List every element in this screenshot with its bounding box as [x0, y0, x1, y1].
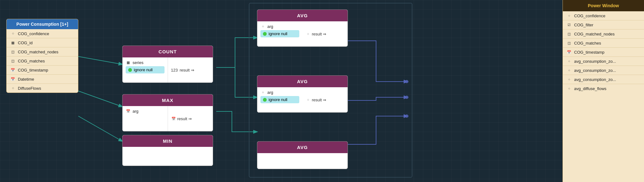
svg-point-1 [406, 96, 408, 99]
panel-item: 📅 COG_timestamp [7, 66, 78, 75]
right-panel-item: ☑ COG_filter [563, 20, 644, 29]
calendar-icon: 📅 [567, 50, 572, 55]
result-icon: 123 [171, 68, 178, 72]
cog-dots-icon: ⁘ [306, 31, 311, 36]
cog-dots-icon: ⁘ [260, 90, 265, 95]
right-panel-item: ⁘ COG_confidence [563, 11, 644, 20]
max-header: MAX [123, 94, 213, 106]
ignore-null-item: ignore null [126, 66, 165, 73]
cog-dots-icon: ⁘ [10, 31, 15, 36]
green-dot-icon [263, 98, 267, 102]
cog-dots-icon: ⁘ [567, 77, 572, 82]
avg-box-3: AVG [257, 141, 348, 169]
checkbox-icon: ☑ [567, 22, 572, 27]
avg-box-1: AVG ⁘ arg ignore null ⁘ result ⇒ [257, 9, 348, 47]
cog-dots-icon: ⁘ [567, 59, 572, 64]
right-panel: Power Window ⁘ COG_confidence ☑ COG_filt… [563, 0, 644, 182]
avg2-right: ⁘ result ⇒ [302, 87, 348, 112]
panel-item: ⁘ DiffuseFlows [7, 84, 78, 93]
panel-item: ⁘ COG_confidence [7, 29, 78, 38]
avg1-left: ⁘ arg ignore null [257, 21, 302, 46]
avg1-right: ⁘ result ⇒ [302, 21, 348, 46]
calendar-icon: 📅 [10, 67, 15, 72]
box-s-icon: ◫ [567, 31, 572, 36]
left-panel: Power Consumption [1+] ⁘ COG_confidence … [6, 19, 78, 93]
right-panel-item: 📅 COG_timestamp [563, 48, 644, 57]
green-dot-icon [128, 68, 132, 72]
right-panel-item: ⁘ avg_diffuse_flows [563, 84, 644, 93]
left-panel-header: Power Consumption [1+] [7, 19, 78, 29]
right-panel-item: ◫ COG_matched_nodes [563, 29, 644, 39]
cog-dots-icon: ⁘ [260, 24, 265, 29]
green-dot-icon [263, 32, 267, 36]
max-left: 📅 arg [123, 106, 168, 131]
grid-icon: ▦ [10, 40, 15, 45]
svg-point-2 [406, 115, 408, 117]
panel-item: ◫ COG_matched_nodes [7, 47, 78, 56]
count-right: 123 result ⇒ [168, 57, 213, 83]
right-panel-item: ⁘ avg_consumption_zo... [563, 75, 644, 84]
right-panel-item: ⁘ avg_consumption_zo... [563, 57, 644, 66]
avg1-header: AVG [257, 10, 348, 21]
min-header: MIN [123, 135, 213, 147]
svg-point-0 [406, 80, 408, 83]
calendar-icon: 📅 [171, 116, 176, 121]
cog-dots-icon: ⁘ [567, 13, 572, 18]
cog-dots-icon: ⁘ [567, 68, 572, 73]
panel-item: 📅 Datetime [7, 75, 78, 84]
max-box: MAX 📅 arg 📅 result ⇒ [122, 94, 213, 131]
count-box: COUNT ▦ series ignore null 123 result ⇒ [122, 46, 213, 83]
count-header: COUNT [123, 46, 213, 57]
cog-dots-icon: ⁘ [567, 86, 572, 91]
cog-dots-icon: ⁘ [306, 97, 311, 102]
right-panel-item: ⁘ avg_consumption_zo... [563, 66, 644, 75]
ignore-null-item: ignore null [260, 96, 299, 103]
min-box: MIN [122, 135, 213, 166]
right-panel-header: Power Window [563, 0, 644, 11]
panel-item: ▦ COG_id [7, 38, 78, 47]
panel-item: ◫ COG_matches [7, 56, 78, 66]
cog-dots-icon: ⁘ [10, 86, 15, 91]
avg-box-2: AVG ⁘ arg ignore null ⁘ result ⇒ [257, 75, 348, 113]
calendar-icon: 📅 [126, 109, 131, 114]
box-s-icon: ◫ [10, 58, 15, 63]
avg2-left: ⁘ arg ignore null [257, 87, 302, 112]
right-panel-item: ◫ COG_matches [563, 39, 644, 48]
avg3-header: AVG [257, 142, 348, 153]
avg2-header: AVG [257, 76, 348, 87]
calendar-icon: 📅 [10, 77, 15, 82]
ignore-null-item: ignore null [260, 30, 299, 37]
box-s-icon: ◫ [567, 40, 572, 46]
box-s-icon: ◫ [10, 49, 15, 54]
count-left: ▦ series ignore null [123, 57, 168, 83]
max-right: 📅 result ⇒ [168, 106, 213, 131]
grid-icon: ▦ [126, 60, 131, 65]
